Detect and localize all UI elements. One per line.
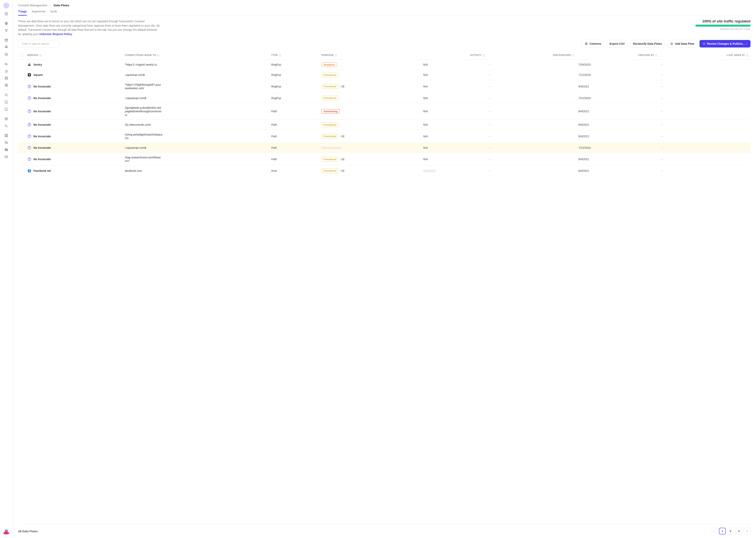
nav-cube-icon[interactable] (2, 37, 10, 43)
service-icon (27, 109, 31, 114)
table-row[interactable]: Square.squareup.com$RegExpFunctionalN/A-… (18, 70, 750, 80)
purpose-extra-count[interactable]: +2 (340, 134, 346, 138)
svg-point-27 (3, 532, 9, 534)
encounters-value: - (487, 153, 577, 166)
service-name: No Associate (33, 123, 51, 126)
encounters-value: - (487, 130, 577, 143)
col-created[interactable]: CREATED AT (577, 51, 660, 60)
tab-triage[interactable]: Triage (18, 10, 27, 16)
svg-point-11 (5, 77, 8, 78)
table-row[interactable]: No Associate\.squareup\.com$PathSelect p… (18, 143, 750, 153)
table-row[interactable]: Facebook Adfacebook.comHostFunctional+1-… (18, 166, 750, 176)
nav-code-icon[interactable] (2, 154, 10, 160)
last-seen-value: - (660, 93, 750, 103)
breadcrumb-parent[interactable]: Consent Management (18, 4, 47, 7)
sidebar (0, 0, 13, 538)
nav-search-icon[interactable] (2, 92, 10, 98)
purpose-extra-count[interactable]: +1 (340, 169, 346, 173)
last-seen-value: - (660, 103, 750, 120)
purpose-badge[interactable]: Functional (321, 96, 339, 100)
add-data-flow-button[interactable]: Add Data Flow (667, 40, 697, 47)
col-connections[interactable]: CONNECTIONS MADE TO (123, 51, 269, 60)
nav-users-icon[interactable] (2, 61, 10, 67)
nav-globe-icon[interactable] (2, 20, 10, 27)
nav-cubes-icon[interactable] (2, 44, 10, 50)
nav-id-icon[interactable] (2, 82, 10, 88)
purpose-badge[interactable]: Functional (321, 168, 339, 173)
purpose-badge[interactable]: Advertising (321, 109, 340, 114)
page-prev[interactable] (711, 528, 717, 534)
svg-point-7 (6, 31, 7, 32)
col-lastseen[interactable]: LAST SEEN AT (660, 51, 750, 60)
nav-list-add-icon[interactable] (2, 123, 10, 129)
purpose-extra-count[interactable]: +2 (340, 158, 346, 161)
page-3[interactable]: 3 (735, 528, 742, 534)
nav-doc-down-icon[interactable] (2, 106, 10, 112)
purpose-badge[interactable]: Functional (321, 84, 339, 89)
encounters-value: - (487, 93, 577, 103)
publish-button[interactable]: Review Changes & Publish... (699, 40, 750, 47)
purpose-badge[interactable]: Functional (321, 134, 339, 138)
col-type[interactable]: TYPE (269, 51, 319, 60)
select-all-checkbox[interactable] (20, 53, 23, 57)
purpose-badge[interactable]: Functional (321, 73, 339, 77)
service-name: No Associate (33, 85, 51, 88)
table-row[interactable]: No Associate^https?:\/\/lightboxapi\d*\.… (18, 80, 750, 93)
app-logo[interactable] (3, 2, 10, 9)
nav-compass-icon[interactable] (2, 116, 10, 122)
page-1[interactable]: 1 (719, 528, 726, 534)
nav-switch-icon[interactable] (2, 146, 10, 153)
tabs: Triage Approved Junk (18, 10, 750, 16)
table-row[interactable]: Sentry^https://.+ingest\.sentry\.ioRegEx… (18, 60, 750, 70)
footer-mascot-icon[interactable] (2, 528, 10, 535)
connection-value: ^https://.+ingest\.sentry\.io (125, 63, 162, 66)
nav-thumb-icon[interactable] (2, 68, 10, 74)
svg-rect-15 (5, 101, 7, 103)
service-name: No Associate (33, 96, 51, 100)
table-row[interactable]: No Associate//googleads.g.doubleclick.ne… (18, 103, 750, 120)
activity-value: N/A (419, 93, 487, 103)
purpose-badge[interactable]: Functional (321, 157, 339, 162)
activity-value: N/A (419, 70, 487, 80)
col-purpose[interactable]: PURPOSE (319, 51, 419, 60)
svg-rect-28 (5, 530, 8, 532)
nav-grid-icon[interactable] (2, 133, 10, 139)
select-purposes-placeholder[interactable]: Select purposes... (321, 146, 343, 149)
table-row[interactable]: No Associate\.squareup\.com$RegExpFuncti… (18, 93, 750, 103)
table-row[interactable]: No Associate//tag.researchnow.com/t/beac… (18, 153, 750, 166)
svg-point-32 (7, 529, 8, 530)
activity-sparkline (423, 169, 485, 172)
svg-point-13 (6, 85, 7, 85)
col-service[interactable]: SERVICE (25, 51, 123, 60)
table-row[interactable]: No Associate//js.intercomcdn.com/PathFun… (18, 120, 750, 130)
col-encounters[interactable]: ENCOUNTERS (487, 51, 577, 60)
unknown-request-policy-link[interactable]: Unknown Request Policy (39, 32, 72, 36)
tab-approved[interactable]: Approved (31, 10, 45, 16)
svg-point-30 (7, 531, 7, 531)
purpose-badge[interactable]: Functional (321, 123, 339, 127)
service-icon (27, 63, 31, 67)
columns-button[interactable]: Columns (582, 40, 604, 47)
nav-nodes-icon[interactable] (2, 27, 10, 34)
table-row[interactable]: No Associate//shop.pe/widget/main/init/p… (18, 130, 750, 143)
col-activity[interactable]: ACTIVITY (419, 51, 487, 60)
purpose-extra-count[interactable]: +2 (340, 85, 346, 88)
search-input[interactable] (22, 42, 56, 45)
search-box[interactable] (18, 40, 60, 47)
page-next[interactable] (744, 528, 750, 534)
type-value: RegExp (269, 80, 319, 93)
service-name: No Associate (33, 158, 51, 161)
export-csv-button[interactable]: Export CSV (607, 40, 628, 47)
nav-eye-off-icon[interactable] (2, 139, 10, 146)
purpose-badge[interactable]: Analytics (321, 63, 337, 67)
tab-junk[interactable]: Junk (50, 10, 57, 16)
connection-value: .squareup.com$ (125, 73, 162, 77)
page-2[interactable]: 2 (727, 528, 734, 534)
nav-database-icon[interactable] (2, 75, 10, 81)
nav-globe2-icon[interactable] (2, 51, 10, 58)
breadcrumb: Consent Management › Data Flows (18, 4, 750, 7)
svg-rect-18 (5, 134, 6, 135)
nav-doc-check-icon[interactable] (2, 99, 10, 105)
nav-lightning-icon[interactable] (2, 11, 10, 17)
reclassify-button[interactable]: Reclassify Data Flows (630, 40, 665, 47)
